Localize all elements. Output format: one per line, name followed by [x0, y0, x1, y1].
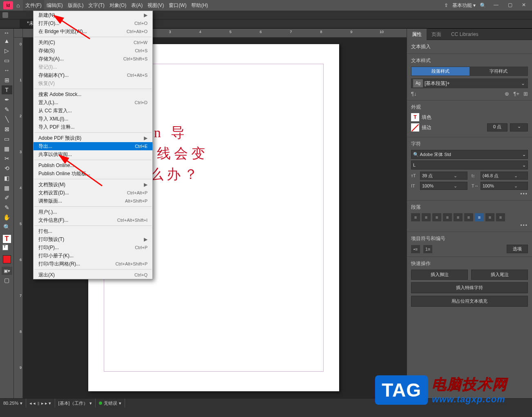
window-close[interactable]: ✕ — [518, 2, 530, 9]
menu-item--x-[interactable]: 退出(X)Ctrl+Q — [34, 271, 152, 279]
vscale-input[interactable]: 100%⌄ — [420, 182, 467, 190]
insert-endnote-button[interactable]: 插入尾注 — [471, 270, 528, 280]
tool-eyedropper[interactable]: ✎ — [2, 203, 12, 212]
stroke-style-select[interactable]: ⌄ — [510, 123, 528, 132]
menu-item-adobe-pdf-b-[interactable]: Adobe PDF 预设(B)▶ — [34, 134, 152, 142]
menu-item--[interactable]: 用户(.)... — [34, 208, 152, 216]
clear-override-icon[interactable]: ¶+ — [513, 91, 519, 97]
options-button[interactable]: 选项 — [507, 245, 528, 253]
stroke-weight-input[interactable]: 0 点 — [487, 123, 507, 132]
align-right[interactable]: ≡ — [432, 213, 441, 221]
menu-item--r-[interactable]: 打印/导出网格(R)...Ctrl+Alt+Shift+P — [34, 260, 152, 268]
tool-hand[interactable]: ✋ — [2, 213, 12, 222]
pilcrow-icon[interactable]: ¶↓ — [411, 91, 416, 97]
stroke-color-swatch[interactable] — [411, 123, 419, 132]
menu-item--[interactable]: 共享以供审阅... — [34, 150, 152, 158]
font-size-input[interactable]: 39 点⌄ — [420, 172, 467, 180]
window-maximize[interactable]: ▢ — [504, 2, 516, 9]
menu-item--f-[interactable]: 文件信息(F)...Ctrl+Alt+Shift+I — [34, 216, 152, 224]
menu-item--adobe-stock-[interactable]: 搜索 Adobe Stock... — [34, 90, 152, 98]
fill-swatch[interactable] — [3, 235, 11, 243]
zoom-level[interactable]: 80.25% ▾ — [0, 399, 26, 408]
tool-gradient-swatch[interactable]: ◧ — [2, 174, 12, 183]
bullet-list-btn[interactable]: •≡ — [411, 245, 420, 253]
doc-profile[interactable]: [基本]（工作） ▾ — [55, 399, 96, 408]
share-icon[interactable]: ⇪ — [444, 2, 448, 8]
menu-item--[interactable]: 导出...Ctrl+E — [34, 142, 152, 150]
menu-file[interactable]: 文件(F) — [23, 0, 44, 11]
fill-color-swatch[interactable] — [411, 113, 419, 121]
menu-item--xml-i-[interactable]: 导入 XML(I)... — [34, 115, 152, 123]
tab-properties[interactable]: 属性 — [407, 29, 427, 40]
swap-swatch[interactable] — [2, 245, 12, 254]
justify-right[interactable]: ≡ — [464, 213, 473, 221]
number-list-btn[interactable]: 1≡ — [423, 245, 432, 253]
align-left[interactable]: ≡ — [411, 213, 420, 221]
tab-cc-libraries[interactable]: CC Libraries — [446, 29, 483, 40]
tool-type[interactable]: T — [2, 85, 12, 94]
home-icon[interactable]: ⌂ — [16, 2, 20, 9]
justify-center[interactable]: ≡ — [454, 213, 463, 221]
tool-gradient-feather[interactable]: ▦ — [2, 183, 12, 192]
menu-item-publish-online-[interactable]: Publish Online... — [34, 161, 152, 169]
tool-rectangle[interactable]: ▭ — [2, 134, 12, 143]
menu-window[interactable]: 窗口(W) — [166, 0, 189, 11]
fill-placeholder-button[interactable]: 用占位符文本填充 — [411, 296, 528, 307]
font-family-select[interactable]: 🔍 Adobe 宋体 Std⌄ — [411, 150, 528, 159]
menu-item--t-[interactable]: 打印预设(T)▶ — [34, 235, 152, 243]
view-mode[interactable]: ▣▾ — [2, 267, 12, 275]
new-style-icon[interactable]: ⊕ — [505, 91, 509, 97]
tool-free-transform[interactable]: ⟲ — [2, 164, 12, 173]
menu-item-publish-online-[interactable]: Publish Online 功能板... — [34, 169, 152, 178]
hscale-input[interactable]: 100%⌄ — [481, 182, 528, 190]
tool-line[interactable]: ╲ — [2, 115, 12, 124]
paragraph-more[interactable]: ••• — [411, 221, 528, 228]
character-style-tab[interactable]: 字符样式 — [469, 67, 528, 76]
justify-all[interactable]: ≡ — [475, 213, 484, 221]
menu-item--s-[interactable]: 存储(S)Ctrl+S — [34, 47, 152, 55]
tab-pages[interactable]: 页面 — [427, 29, 446, 40]
screen-mode[interactable]: ▢ — [2, 276, 12, 285]
tool-direct-select[interactable]: ▷ — [2, 46, 12, 55]
menu-object[interactable]: 对象(O) — [107, 0, 129, 11]
menu-text[interactable]: 文字(T) — [86, 0, 107, 11]
insert-footnote-button[interactable]: 插入脚注 — [411, 270, 468, 280]
leading-input[interactable]: (46.8 点⌄ — [481, 172, 528, 180]
menu-item--o-[interactable]: 打开(O)...Ctrl+O — [34, 19, 152, 27]
align-center[interactable]: ≡ — [422, 213, 431, 221]
menu-layout[interactable]: 版面(L) — [65, 0, 86, 11]
menu-item--n-[interactable]: 新建(N)▶ — [34, 11, 152, 19]
tool-note[interactable]: ✐ — [2, 193, 12, 202]
tool-scissors[interactable]: ✂ — [2, 154, 12, 163]
toolbox-grip[interactable]: ▸▸ — [5, 31, 9, 35]
tool-selection[interactable]: ▲ — [2, 36, 12, 45]
menu-item--y-[interactable]: 存储副本(Y)...Ctrl+Alt+S — [34, 71, 152, 79]
align-toward-spine[interactable]: ≡ — [485, 213, 494, 221]
menu-item--p-[interactable]: 打印(P)...Ctrl+P — [34, 243, 152, 252]
menu-item--d-[interactable]: 文档设置(D)...Ctrl+Alt+P — [34, 189, 152, 197]
tool-page[interactable]: ▭ — [2, 56, 12, 65]
more-options[interactable]: ••• — [411, 190, 528, 197]
tool-content-collector[interactable]: ⊞ — [2, 76, 12, 85]
tool-pen[interactable]: ✒ — [2, 95, 12, 104]
tool-zoom[interactable]: 🔍 — [2, 223, 12, 232]
menu-item--l-[interactable]: 置入(L)...Ctrl+D — [34, 98, 152, 107]
justify-left[interactable]: ≡ — [443, 213, 452, 221]
tool-rectangle-frame[interactable]: ⊠ — [2, 125, 12, 134]
menu-table[interactable]: 表(A) — [129, 0, 145, 11]
menu-item--c-[interactable]: 关闭(C)Ctrl+W — [34, 38, 152, 47]
paragraph-style-tab[interactable]: 段落样式 — [411, 67, 469, 76]
window-minimize[interactable]: — — [490, 2, 502, 9]
menu-edit[interactable]: 编辑(E) — [44, 0, 65, 11]
font-weight-select[interactable]: L⌄ — [411, 161, 528, 169]
menu-help[interactable]: 帮助(H) — [189, 0, 210, 11]
search-icon[interactable]: 🔍 — [480, 2, 486, 9]
workspace-switcher[interactable]: 基本功能▾ — [452, 2, 476, 9]
menu-item--bridge-w-[interactable]: 在 Bridge 中浏览(W)...Ctrl+Alt+O — [34, 27, 152, 36]
menu-view[interactable]: 视图(V) — [145, 0, 166, 11]
menu-item--cc-[interactable]: 从 CC 库置入... — [34, 107, 152, 115]
color-swatch[interactable] — [3, 255, 11, 263]
preflight-status[interactable]: 无错误 ▾ — [96, 399, 125, 408]
tool-grid[interactable]: ▦ — [2, 144, 12, 153]
tool-gap[interactable]: ↔ — [2, 66, 12, 75]
